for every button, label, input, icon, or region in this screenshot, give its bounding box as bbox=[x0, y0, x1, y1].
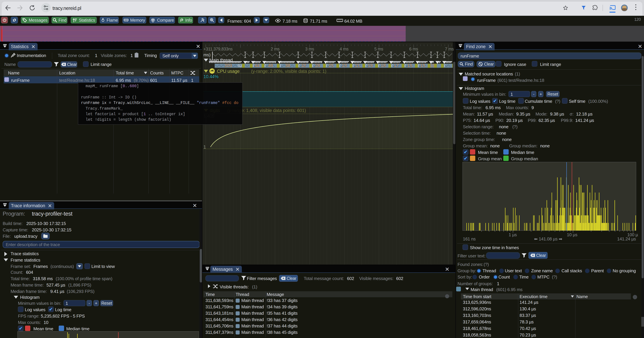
svg-text:18: 18 bbox=[381, 63, 386, 68]
svg-text:17: 17 bbox=[394, 63, 399, 68]
svg-text:38: 38 bbox=[285, 63, 290, 68]
svg-text:28: 28 bbox=[315, 63, 320, 68]
svg-text:23: 23 bbox=[342, 63, 347, 68]
svg-text:r: r bbox=[418, 63, 419, 68]
svg-text:r: r bbox=[312, 63, 314, 68]
svg-text:ru: ru bbox=[238, 63, 242, 68]
svg-text:r: r bbox=[298, 63, 300, 68]
svg-text:r: r bbox=[352, 63, 354, 68]
svg-text:r: r bbox=[378, 63, 380, 68]
svg-text:r: r bbox=[280, 63, 281, 68]
svg-text:25: 25 bbox=[328, 63, 334, 68]
svg-text:r: r bbox=[391, 63, 393, 68]
svg-text:r: r bbox=[326, 63, 327, 68]
svg-text:r: r bbox=[253, 63, 254, 68]
svg-text:r: r bbox=[264, 63, 266, 68]
svg-text:15: 15 bbox=[420, 63, 425, 68]
svg-text:r: r bbox=[404, 63, 406, 68]
svg-text:r: r bbox=[365, 63, 367, 68]
svg-text:r: r bbox=[339, 63, 341, 68]
svg-text:32: 32 bbox=[301, 63, 306, 68]
svg-text:21: 21 bbox=[355, 63, 360, 68]
svg-text:44: 44 bbox=[254, 63, 260, 68]
svg-text:15: 15 bbox=[430, 63, 435, 68]
svg-text:203: 203 bbox=[224, 63, 232, 68]
svg-text:r: r bbox=[444, 63, 446, 68]
svg-text:15: 15 bbox=[407, 63, 412, 68]
svg-text:19: 19 bbox=[368, 63, 373, 68]
svg-text:48: 48 bbox=[268, 63, 273, 68]
